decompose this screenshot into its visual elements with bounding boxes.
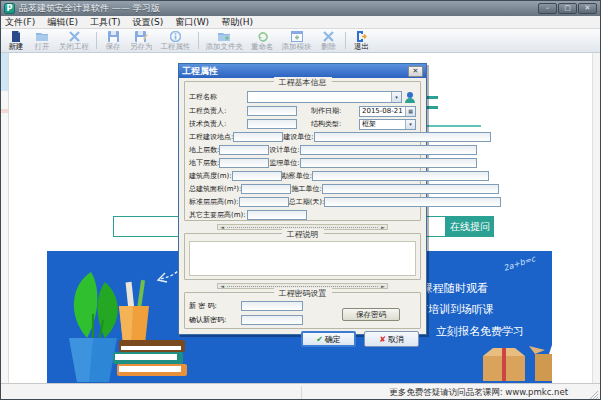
properties-info-icon [170,31,181,42]
menu-file[interactable]: 文件(F) [5,16,35,29]
add-module-icon [291,31,303,42]
toolbar-separator [96,32,97,49]
contractor-unit-label: 施工单位: [291,184,321,194]
menu-help[interactable]: 帮助(H) [221,16,253,29]
delete-button[interactable]: 删除 [316,30,342,51]
dialog-titlebar: 工程属性 ✕ [179,64,426,78]
new-password-input[interactable] [241,301,303,311]
splitter-left-arrow-icon: ◄ [220,283,224,289]
floors-below-input[interactable] [219,158,269,168]
menu-window[interactable]: 窗口(W) [175,16,209,29]
save-password-button[interactable]: 保存密码 [342,308,400,321]
floors-above-input[interactable] [219,145,269,155]
survey-unit-input[interactable] [312,171,489,181]
total-area-label: 总建筑面积(m²): [189,184,241,194]
resize-grip[interactable] [587,388,598,399]
supervision-unit-input[interactable] [300,158,477,168]
creation-date-field[interactable]: 2015-08-21 ▦ [359,106,416,117]
menu-settings[interactable]: 设置(S) [132,16,163,29]
statusbar-text: 更多免费答疑请访问品茗课网: www.pmkc.net [389,387,568,399]
project-manager-input[interactable] [247,106,297,116]
supervision-unit-label: 监理单位: [269,158,299,168]
contractor-unit-input[interactable] [322,184,499,194]
dialog-close-button[interactable]: ✕ [408,66,423,77]
project-properties-button[interactable]: 工程属性 [157,30,195,51]
design-unit-label: 设计单位: [269,145,299,155]
construction-site-input[interactable] [233,132,283,142]
basic-info-group-title: 工程基本信息 [274,77,332,88]
menu-edit[interactable]: 编辑(E) [47,16,78,29]
dialog-title: 工程属性 [182,65,408,78]
splitter-left-arrow-icon: ◄ [220,224,224,230]
cross-icon: ✘ [379,335,386,344]
save-as-button[interactable]: 另存为 [126,30,157,51]
floors-below-label: 地下层数: [189,158,219,168]
building-height-label: 建筑高度(m): [189,171,232,181]
description-group-title: 工程说明 [282,229,324,240]
online-ask-button[interactable]: 在线提问 [446,216,494,237]
rename-refresh-icon [257,31,268,42]
window-title: 品茗建筑安全计算软件 —— 学习版 [19,2,538,15]
add-module-button[interactable]: 添加模块 [278,30,316,51]
other-floor-height-label: 其它主要层高(m): [189,210,247,220]
design-unit-input[interactable] [300,145,477,155]
confirm-password-label: 确认新密码: [189,315,241,325]
new-password-label: 新 密 码: [189,301,241,311]
other-floor-height-input[interactable] [247,210,307,220]
project-name-helper-icon[interactable] [404,91,416,103]
save-button[interactable]: 保存 [100,30,126,51]
project-properties-dialog: 工程属性 ✕ 工程基本信息 工程名称 ▾ [178,63,427,335]
ok-button[interactable]: ✔ 确定 [301,331,356,347]
maximize-button[interactable]: ▢ [558,3,577,14]
technical-manager-label: 技术负责人: [189,119,247,129]
new-project-button[interactable]: 新建 [3,30,29,51]
password-group-title: 工程密码设置 [274,288,332,299]
statusbar-separator [301,386,302,399]
open-project-button[interactable]: 打开 [29,30,55,51]
building-height-input[interactable] [232,171,282,181]
total-duration-input[interactable] [324,197,501,207]
cancel-button[interactable]: ✘ 取消 [364,331,419,347]
splitter-right-arrow-icon: ► [381,224,385,230]
titlebar: P 品茗建筑安全计算软件 —— 学习版 – ▢ ✕ [1,1,600,16]
minimize-button[interactable]: – [538,3,557,14]
project-name-label: 工程名称 [189,92,247,102]
construction-unit-label: 建设单位: [283,132,313,142]
combobox-dropdown-icon[interactable]: ▾ [391,92,401,102]
banner-line-1: 课程随时观看 [422,281,488,296]
banner-formula: 2a+b=c [502,254,536,273]
save-as-floppy-icon [135,31,148,42]
construction-unit-input[interactable] [314,132,491,142]
save-floppy-icon [108,31,119,42]
select-dropdown-icon[interactable]: ▾ [405,120,415,129]
right-scrollbar[interactable] [592,53,600,383]
project-description-textarea[interactable] [189,241,416,276]
calendar-icon[interactable]: ▦ [405,107,415,116]
delete-x-icon [323,31,334,42]
project-name-combobox[interactable]: ▾ [247,91,402,103]
rename-button[interactable]: 重命名 [247,30,278,51]
floors-above-label: 地上层数: [189,145,219,155]
technical-manager-input[interactable] [247,119,297,129]
menu-tools[interactable]: 工具(T) [90,16,121,29]
close-project-button[interactable]: 关闭工程 [55,30,93,51]
standard-floor-height-label: 标准层层高(m): [189,197,239,207]
new-document-icon [10,31,22,42]
banner-line-3: 立刻报名免费学习 [436,324,524,339]
standard-floor-height-input[interactable] [239,197,289,207]
description-group: 工程说明 [184,233,421,280]
add-folder-button[interactable]: 添加文件夹 [202,30,248,51]
toolbar: 新建 打开 关闭工程 保存 另存为 工程属性 添加文件夹 [1,29,600,53]
check-icon: ✔ [316,335,323,344]
total-duration-label: 总工期(天): [289,197,325,207]
total-area-input[interactable] [241,184,291,194]
open-folder-icon [36,31,49,42]
add-folder-icon [218,31,231,42]
basic-info-group: 工程基本信息 工程名称 ▾ 工程负责人: [184,81,421,221]
confirm-password-input[interactable] [241,315,303,325]
close-button[interactable]: ✕ [578,3,597,14]
exit-button[interactable]: 退出 [349,30,375,51]
teal-dash [426,96,438,99]
creation-date-label: 制作日期: [311,106,359,116]
structure-type-select[interactable]: 框架 ▾ [359,119,416,130]
